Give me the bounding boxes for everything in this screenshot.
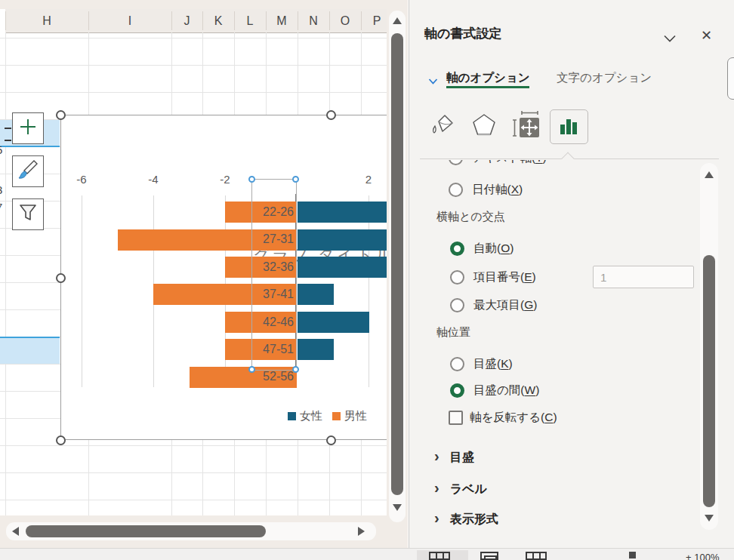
tab-axis-options[interactable]: 軸のオプション (446, 70, 530, 86)
column-headers[interactable]: HIJKLMNOP (5, 9, 387, 33)
pane-close-icon[interactable]: ✕ (701, 27, 712, 44)
category-label[interactable]: 52-56 (218, 369, 294, 384)
axis-tick-label[interactable]: -4 (138, 173, 168, 186)
bar-女性-37-41[interactable] (298, 284, 334, 305)
source-data-highlight (0, 337, 60, 364)
chart-filters-button[interactable] (12, 198, 44, 230)
clipped-edge-widget (727, 57, 734, 100)
funnel-icon (17, 202, 39, 226)
chart-legend[interactable]: 女性男性 (288, 409, 367, 423)
chart-styles-button[interactable] (12, 155, 44, 187)
scroll-down-arrow[interactable] (393, 504, 402, 511)
column-header-H[interactable]: H (32, 9, 62, 32)
radio-max-category[interactable]: 最大項目(G) (450, 297, 537, 313)
axis-selection-handle[interactable] (248, 176, 255, 183)
column-header-J[interactable]: J (172, 9, 202, 32)
zoom-slider-thumb[interactable] (629, 552, 636, 558)
pane-title: 軸の書式設定 (424, 25, 501, 42)
checkbox-reverse-axis[interactable]: 軸を反転する(C) (449, 409, 557, 426)
category-number-input[interactable] (593, 266, 694, 288)
column-separator (5, 11, 6, 30)
radio-icon-selected[interactable] (450, 383, 464, 398)
chart-resize-handle[interactable] (56, 273, 66, 283)
chart-gridline (369, 195, 369, 387)
effects-tab[interactable] (467, 110, 501, 142)
radio-category-number[interactable]: 項目番号(E) (450, 269, 536, 285)
pane-scroll-down-arrow[interactable] (705, 515, 714, 522)
radio-date-axis[interactable]: 日付軸(X) (449, 181, 523, 198)
axis-selection-handle[interactable] (292, 176, 299, 183)
axis-tick-label[interactable]: 2 (353, 173, 384, 186)
column-header-L[interactable]: L (235, 9, 265, 32)
column-header-P[interactable]: P (362, 9, 392, 32)
legend-swatch (332, 412, 341, 420)
vertical-scrollbar-thumb[interactable] (391, 33, 403, 495)
fill-line-tab[interactable] (426, 110, 459, 142)
checkbox-icon[interactable] (449, 411, 463, 425)
bar-女性-42-46[interactable] (298, 312, 369, 333)
column-separator (266, 11, 267, 30)
column-header-K[interactable]: K (203, 9, 233, 32)
chevron-right-icon: › (434, 479, 439, 497)
page-break-view-icon[interactable] (526, 552, 547, 560)
tab-text-options[interactable]: 文字のオプション (557, 70, 652, 86)
radio-icon-selected[interactable] (450, 242, 464, 256)
scroll-left-arrow[interactable] (12, 527, 19, 536)
radio-between-tick-marks[interactable]: 目盛の間(W) (450, 382, 539, 398)
scroll-right-arrow[interactable] (358, 527, 365, 536)
chart-resize-handle[interactable] (56, 435, 66, 445)
section-labels[interactable]: › ラベル (434, 481, 487, 497)
chart-elements-button[interactable] (12, 112, 44, 144)
axis-selection-handle[interactable] (292, 366, 299, 373)
bar-女性-32-36[interactable] (298, 257, 387, 278)
pane-scroll-up-arrow[interactable] (705, 171, 714, 178)
chart-resize-handle[interactable] (326, 435, 336, 445)
bar-女性-47-51[interactable] (298, 339, 334, 360)
section-label-axis-cross: 横軸との交点 (436, 210, 505, 224)
column-header-I[interactable]: I (115, 9, 145, 32)
axis-selection-box[interactable] (251, 179, 297, 371)
legend-label: 女性 (300, 409, 322, 423)
axis-options-tab-selected[interactable] (550, 109, 588, 144)
bar-女性-22-26[interactable] (298, 202, 387, 223)
pane-scrollbar-thumb[interactable] (703, 255, 715, 507)
size-properties-tab[interactable] (510, 110, 543, 142)
legend-item[interactable]: 男性 (332, 409, 367, 423)
plus-icon (17, 116, 39, 140)
axis-selection-handle[interactable] (248, 366, 255, 373)
column-separator (234, 11, 235, 30)
section-number-format[interactable]: › 表示形式 (434, 511, 498, 528)
radio-icon[interactable] (450, 357, 464, 371)
legend-item[interactable]: 女性 (288, 409, 322, 423)
column-header-N[interactable]: N (298, 9, 328, 32)
chart-resize-handle[interactable] (326, 110, 336, 120)
axis-tick-label[interactable]: -6 (66, 173, 97, 186)
radio-on-tick-marks[interactable]: 目盛(K) (450, 355, 513, 372)
radio-text-axis[interactable]: テキスト軸(T) (449, 160, 547, 166)
bar-女性-27-31[interactable] (298, 229, 387, 251)
axis-options-scroll-area: テキスト軸(T) 日付軸(X) 横軸との交点 自動(O) 項目番号(E) 最大項… (409, 160, 734, 548)
column-separator (361, 11, 362, 30)
radio-icon[interactable] (450, 270, 464, 285)
chevron-down-icon[interactable] (428, 74, 438, 88)
column-header-M[interactable]: M (267, 9, 297, 32)
axis-tick-label[interactable]: -2 (210, 173, 240, 186)
radio-icon[interactable] (449, 160, 463, 165)
page-layout-view-icon[interactable] (480, 552, 498, 560)
horizontal-scrollbar-thumb[interactable] (26, 525, 266, 537)
column-separator (329, 11, 330, 30)
normal-view-icon[interactable] (429, 552, 450, 560)
chart-area[interactable]: グラフ タイトル -6-4-2222-2627-3132-3637-4142-4… (60, 115, 387, 440)
radio-automatic[interactable]: 自動(O) (450, 240, 513, 257)
pane-collapse-icon[interactable] (663, 32, 677, 45)
grid-line (0, 445, 387, 446)
radio-icon[interactable] (450, 298, 464, 312)
column-header-O[interactable]: O (330, 9, 360, 32)
chart-resize-handle[interactable] (56, 110, 66, 120)
section-label-axis-position: 軸位置 (436, 325, 470, 340)
zoom-level[interactable]: + 100% (686, 552, 719, 560)
clipped-cell-text: 7 (0, 201, 2, 214)
section-tick-marks[interactable]: › 目盛 (434, 449, 474, 466)
radio-icon[interactable] (449, 183, 463, 197)
scroll-up-arrow[interactable] (393, 17, 402, 24)
